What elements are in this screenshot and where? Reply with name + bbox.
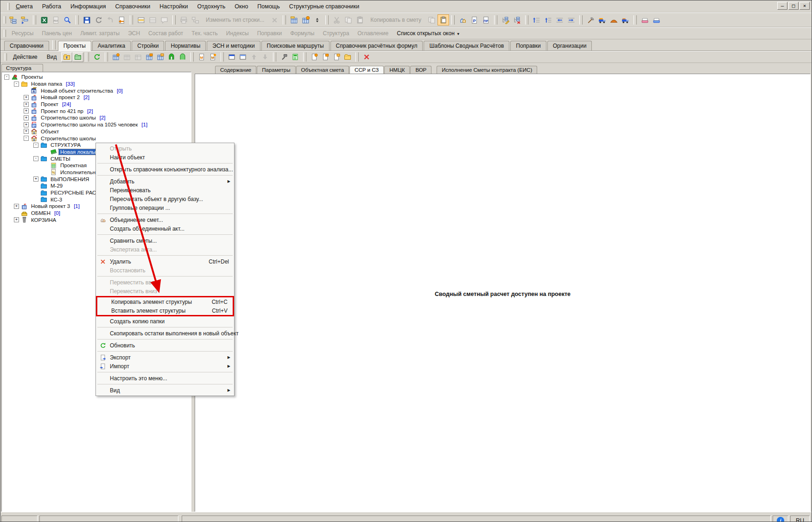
- exit-cell-button[interactable]: [116, 14, 127, 25]
- tree-item[interactable]: +Проект по 421 пр[2]: [2, 107, 191, 114]
- context-menu-item[interactable]: Пересчитать объект в другую базу...: [96, 195, 234, 203]
- detail-tab-3[interactable]: Объектная смета: [296, 66, 349, 74]
- context-menu-item[interactable]: Переименовать: [96, 186, 234, 195]
- merge-button[interactable]: [457, 14, 469, 25]
- context-menu-item[interactable]: Создать объединенный акт...: [96, 224, 234, 233]
- edit-tree-button[interactable]: [500, 14, 511, 25]
- context-menu-item[interactable]: УдалитьCtrl+Del: [96, 257, 234, 266]
- action-menu-view[interactable]: Вид: [42, 54, 62, 60]
- indent-first-button[interactable]: [531, 14, 542, 25]
- menubar-item[interactable]: Отдохнуть: [193, 2, 230, 11]
- add-estimate-button[interactable]: [110, 52, 121, 62]
- tree-expander-minus[interactable]: -: [33, 143, 38, 148]
- report-button[interactable]: [288, 14, 300, 25]
- index-table-button[interactable]: [144, 52, 155, 62]
- main-tab-2[interactable]: Проекты: [58, 41, 91, 51]
- structure-tree-button[interactable]: [7, 14, 19, 25]
- tree-expander-minus[interactable]: -: [14, 82, 19, 87]
- tree-item[interactable]: +Проект[24]: [2, 101, 191, 108]
- folder-new-button[interactable]: [72, 52, 83, 62]
- edit-tree-x-button[interactable]: [511, 14, 523, 25]
- badge-p3-button[interactable]: [331, 52, 342, 62]
- context-menu-item[interactable]: Объединение смет...: [96, 215, 234, 224]
- context-menu-item[interactable]: Добавить▶: [96, 177, 234, 186]
- context-menu-item[interactable]: Найти объект: [96, 153, 234, 162]
- tree-item[interactable]: +Новый проект 2[2]: [2, 94, 191, 101]
- menubar-item[interactable]: Помощь: [253, 2, 284, 11]
- tree-item[interactable]: +Объект: [2, 128, 191, 135]
- main-tab-11[interactable]: Организации: [547, 41, 592, 50]
- indent-right-button[interactable]: [565, 14, 577, 25]
- refresh-green-button[interactable]: [91, 52, 102, 62]
- copy-m2-button[interactable]: М: [207, 52, 218, 62]
- tree-item[interactable]: -Строительство школы: [2, 135, 191, 142]
- tree-expander-plus[interactable]: +: [33, 176, 38, 182]
- badge-p1-button[interactable]: [309, 52, 320, 62]
- tree-expander-plus[interactable]: +: [14, 204, 19, 209]
- context-menu-item[interactable]: Экспорт▶: [96, 353, 234, 362]
- delete-x-red-button[interactable]: [361, 52, 372, 62]
- context-menu-item[interactable]: Вид▶: [96, 386, 234, 395]
- move-updown-button[interactable]: [311, 14, 323, 25]
- detail-tab-7[interactable]: Исполнение Сметы контракта (ЕИС): [437, 66, 537, 74]
- detail-tab-4[interactable]: ССР и СЗ: [349, 66, 384, 74]
- excel-button[interactable]: [38, 14, 50, 25]
- insert-row-button[interactable]: [135, 14, 147, 25]
- menubar-item[interactable]: Информация: [66, 2, 111, 11]
- menubar-item[interactable]: Настройки: [155, 2, 192, 11]
- tree-expander-plus[interactable]: +: [24, 115, 29, 120]
- book-pink-button[interactable]: [639, 14, 651, 25]
- main-tab-10[interactable]: Поправки: [510, 41, 546, 50]
- tree-item[interactable]: +Строительство школы на 1025 человек[1]: [2, 121, 191, 128]
- action-menu-action[interactable]: Действие: [8, 54, 42, 60]
- tree-expander-plus[interactable]: +: [24, 129, 29, 134]
- close-button[interactable]: ×: [799, 2, 810, 10]
- tree-expander-plus[interactable]: +: [24, 102, 29, 107]
- context-menu-item[interactable]: Настроить это меню...: [96, 374, 234, 383]
- tree-item[interactable]: -Проекты: [2, 74, 191, 81]
- window-p2-button[interactable]: [237, 52, 248, 62]
- price-p-button[interactable]: Р: [469, 14, 480, 25]
- menubar-item[interactable]: Смета: [11, 2, 38, 11]
- maximize-button[interactable]: □: [788, 2, 799, 10]
- structure-move-button[interactable]: [19, 14, 31, 25]
- context-menu-item[interactable]: Импорт▶: [96, 362, 234, 371]
- resource-green-button[interactable]: [166, 52, 177, 62]
- info-icon[interactable]: i: [777, 517, 784, 522]
- tree-expander-minus[interactable]: -: [24, 136, 29, 141]
- detail-tab-2[interactable]: Параметры: [257, 66, 295, 74]
- context-menu-item[interactable]: Скопировать остатки выполнения в новый о…: [96, 329, 234, 338]
- tree-item[interactable]: -АНовый объект строительства[0]: [2, 87, 191, 94]
- context-menu-item[interactable]: Групповые операции ...: [96, 203, 234, 212]
- main-tab-1[interactable]: Справочники: [4, 41, 49, 50]
- tree-expander-plus[interactable]: +: [24, 95, 29, 100]
- context-menu-item[interactable]: Создать копию папки: [96, 317, 234, 326]
- context-menu-item[interactable]: Обновить: [96, 341, 234, 350]
- index-table2-button[interactable]: [155, 52, 166, 62]
- resource-green2-button[interactable]: [177, 52, 188, 62]
- menubar-item[interactable]: Окно: [230, 2, 253, 11]
- context-menu-item[interactable]: Открыть справочник конъюнктурного анализ…: [96, 165, 234, 174]
- menubar-item[interactable]: Структурные справочники: [285, 2, 364, 11]
- tree-expander-plus[interactable]: +: [24, 108, 29, 113]
- main-tab-5[interactable]: Нормативы: [165, 41, 206, 50]
- context-menu-item[interactable]: Копировать элемент структурыCtrl+C: [97, 297, 233, 306]
- main-tab-8[interactable]: Справочник расчётных формул: [330, 41, 423, 50]
- open-windows-dropdown[interactable]: Список открытых окон▼: [393, 30, 464, 37]
- folder-yellow2-button[interactable]: [342, 52, 353, 62]
- context-menu-item[interactable]: Вставить элемент структурыCtrl+V: [97, 306, 233, 315]
- tree-item[interactable]: -Новая папка[33]: [2, 81, 191, 88]
- detail-tab-1[interactable]: Содержание: [215, 66, 256, 74]
- save-button[interactable]: [81, 14, 93, 25]
- main-tab-7[interactable]: Поисковые маршруты: [261, 41, 330, 50]
- tab-structure[interactable]: Структура: [1, 64, 43, 72]
- menubar-item[interactable]: Справочники: [111, 2, 155, 11]
- hammer-button[interactable]: [279, 52, 290, 62]
- indent-left-button[interactable]: [554, 14, 565, 25]
- tree-expander-plus[interactable]: +: [14, 217, 19, 222]
- window-p-button[interactable]: [226, 52, 237, 62]
- main-tab-9[interactable]: Шаблоны Сводных Расчётов: [424, 41, 509, 50]
- price-pr-button[interactable]: ПР: [480, 14, 492, 25]
- work-button[interactable]: [585, 14, 596, 25]
- menubar-item[interactable]: Работа: [38, 2, 66, 11]
